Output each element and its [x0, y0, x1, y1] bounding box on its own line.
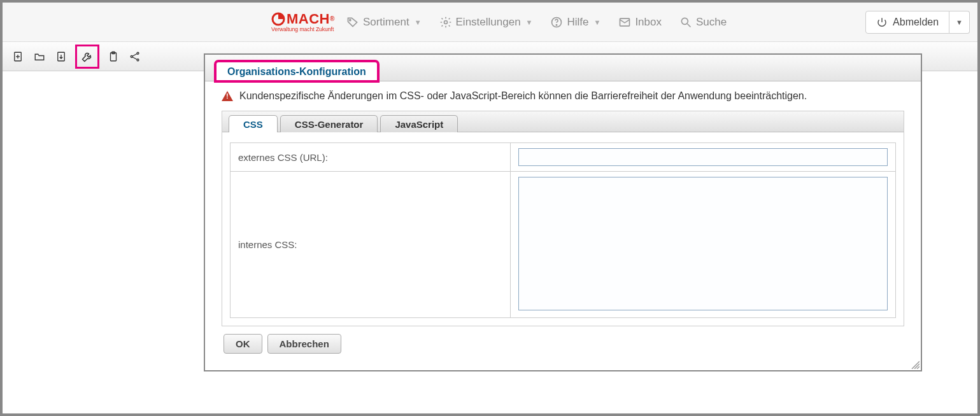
- form-table: externes CSS (URL): internes CSS:: [230, 142, 896, 318]
- svg-point-4: [557, 24, 557, 25]
- cancel-label: Abbrechen: [280, 338, 329, 349]
- power-icon: [876, 17, 888, 28]
- gear-icon: [439, 16, 452, 29]
- inner-box: CSS CSS-Generator JavaScript externes CS…: [222, 111, 904, 326]
- svg-point-16: [137, 59, 139, 60]
- internal-css-textarea[interactable]: [518, 177, 888, 310]
- internal-css-textarea-cell: [511, 172, 896, 318]
- brand-tagline: Verwaltung macht Zukunft: [271, 27, 335, 32]
- warning-text: Kundenspezifische Änderungen im CSS- ode…: [239, 90, 807, 102]
- form-area: externes CSS (URL): internes CSS:: [222, 132, 904, 326]
- svg-point-14: [131, 55, 132, 57]
- nav-einstellungen[interactable]: Einstellungen ▼: [439, 16, 533, 29]
- nav-label: Suche: [696, 16, 727, 29]
- svg-point-2: [444, 20, 447, 24]
- brand-logo: MACH® Verwaltung macht Zukunft: [271, 12, 335, 32]
- logout-button[interactable]: Abmelden: [865, 11, 949, 34]
- nav-label: Sortiment: [363, 16, 409, 29]
- internal-css-label-cell: internes CSS:: [231, 172, 511, 318]
- ok-label: OK: [236, 338, 250, 349]
- tab-label: CSS: [243, 119, 263, 130]
- panel-body: Kundenspezifische Änderungen im CSS- ode…: [205, 81, 921, 370]
- chevron-down-icon: ▼: [594, 18, 601, 26]
- nav-sortiment[interactable]: Sortiment ▼: [346, 16, 422, 29]
- tab-label: CSS-Generator: [295, 119, 364, 130]
- inner-tab-javascript[interactable]: JavaScript: [380, 115, 458, 132]
- logout-group: Abmelden ▼: [865, 11, 970, 34]
- inner-tabs: CSS CSS-Generator JavaScript: [222, 111, 904, 132]
- header-nav: Sortiment ▼ Einstellungen ▼ Hilfe ▼ Inbo…: [346, 16, 727, 29]
- external-css-input-cell: [511, 143, 896, 172]
- logout-label: Abmelden: [893, 17, 939, 28]
- internal-css-label: internes CSS:: [238, 239, 297, 250]
- wrench-icon[interactable]: [75, 45, 99, 69]
- warning-message: Kundenspezifische Änderungen im CSS- ode…: [222, 90, 904, 102]
- nav-label: Inbox: [635, 16, 662, 29]
- search-icon: [679, 16, 692, 29]
- chevron-down-icon: ▼: [415, 18, 422, 26]
- clipboard-icon[interactable]: [106, 49, 121, 64]
- tab-organisations-konfiguration[interactable]: Organisations-Konfiguration: [215, 61, 378, 81]
- ok-button[interactable]: OK: [224, 334, 262, 354]
- panel-tabbar: Organisations-Konfiguration: [205, 55, 921, 81]
- nav-label: Einstellungen: [456, 16, 521, 29]
- external-css-label-cell: externes CSS (URL):: [231, 143, 511, 172]
- help-icon: [550, 16, 563, 29]
- svg-point-1: [350, 19, 351, 20]
- svg-point-6: [681, 18, 688, 24]
- svg-point-15: [137, 52, 139, 54]
- top-header: MACH® Verwaltung macht Zukunft Sortiment…: [3, 3, 977, 42]
- svg-line-17: [132, 53, 137, 56]
- warning-icon: [222, 91, 233, 101]
- import-icon[interactable]: [53, 49, 69, 64]
- svg-line-7: [687, 24, 690, 27]
- chevron-down-icon: ▼: [526, 18, 533, 26]
- nav-hilfe[interactable]: Hilfe ▼: [550, 16, 600, 29]
- tab-label: JavaScript: [395, 119, 443, 130]
- resize-grip-icon[interactable]: [911, 360, 920, 369]
- nav-label: Hilfe: [567, 16, 588, 29]
- mail-icon: [618, 16, 631, 29]
- panel-title: Organisations-Konfiguration: [227, 66, 366, 77]
- external-css-label: externes CSS (URL):: [238, 152, 328, 163]
- folder-icon[interactable]: [32, 49, 47, 64]
- cancel-button[interactable]: Abbrechen: [267, 334, 341, 354]
- logout-caret[interactable]: ▼: [949, 11, 970, 34]
- svg-line-18: [132, 57, 137, 59]
- inner-tab-css[interactable]: CSS: [229, 115, 278, 132]
- share-icon[interactable]: [127, 49, 143, 64]
- brand-name: MACH: [287, 12, 330, 26]
- inner-tab-css-generator[interactable]: CSS-Generator: [280, 115, 378, 132]
- nav-inbox[interactable]: Inbox: [618, 16, 662, 29]
- new-file-icon[interactable]: [10, 49, 25, 64]
- tag-icon: [346, 16, 359, 29]
- external-css-input[interactable]: [518, 148, 888, 166]
- nav-suche[interactable]: Suche: [679, 16, 727, 29]
- button-row: OK Abbrechen: [222, 326, 904, 361]
- config-panel: Organisations-Konfiguration Kundenspezif…: [204, 53, 922, 371]
